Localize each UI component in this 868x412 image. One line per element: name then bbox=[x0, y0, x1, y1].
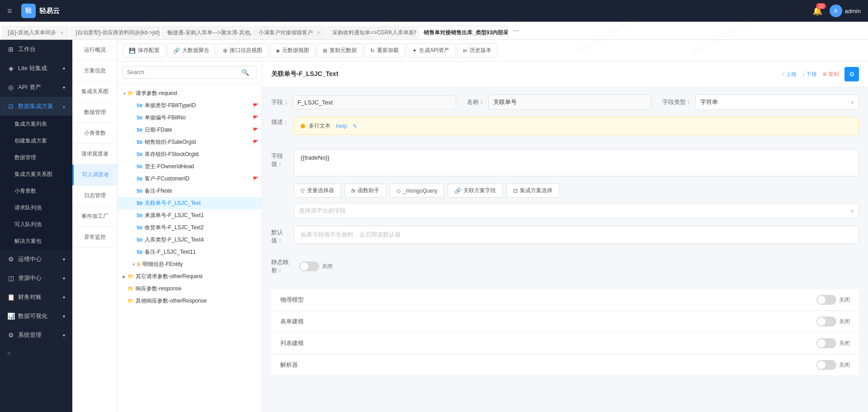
sidebar-item-system[interactable]: ⚙ 系统管理 ▾ bbox=[0, 326, 72, 345]
big-data-button[interactable]: 🔗 大数据聚合 bbox=[167, 43, 215, 57]
sidebar-item-operations[interactable]: ⚙ 运维中心 ▾ bbox=[0, 250, 72, 269]
reload-label: 重新加载 bbox=[377, 47, 399, 54]
left-panel-item-xiao-qing-count[interactable]: 小青查数 bbox=[72, 123, 117, 144]
tree-node-other-response[interactable]: 📁 其他响应参数-otherResponse bbox=[118, 295, 262, 307]
reload-button[interactable]: ↻ 重新加载 bbox=[364, 43, 405, 57]
tree-node-remark2[interactable]: Str 备注-F_LSJC_Text11 bbox=[118, 246, 262, 258]
toggle-switch[interactable] bbox=[299, 261, 319, 271]
sidebar-item-write-queue[interactable]: 写入队列池 bbox=[0, 216, 72, 233]
type-select[interactable]: 字符串 ▾ bbox=[695, 95, 859, 110]
sidebar-item-api[interactable]: ◎ API 资产 ▾ bbox=[0, 78, 72, 97]
left-panel-item-integration-map[interactable]: 集成关系图 bbox=[72, 81, 117, 102]
gen-api-button[interactable]: ✦ 生成API资产 bbox=[406, 43, 455, 57]
tree-node-response[interactable]: 📁 响应参数-response bbox=[118, 283, 262, 295]
var-selector-button[interactable]: ▽ 变量选择器 bbox=[294, 184, 341, 198]
physical-model-toggle[interactable]: 关闭 bbox=[816, 295, 850, 305]
detail-panel: 关联单号-F_LSJC_Text ↑ 上移 ↓ 下移 ⊕ bbox=[262, 62, 868, 412]
tree-node-link-no[interactable]: Str 关联单号-F_LSJC_Text bbox=[118, 197, 262, 209]
move-down-button[interactable]: ↓ 下移 bbox=[802, 71, 817, 78]
toggle-switch[interactable] bbox=[816, 338, 836, 348]
history-label: 历史版本 bbox=[470, 47, 491, 54]
interface-view-button[interactable]: ⊕ 接口信息视图 bbox=[217, 43, 268, 57]
node-label-detail-info: 明细信息-FEntity bbox=[142, 260, 258, 268]
tree-node-bill-no[interactable]: Str 单据编号-FBillNo 🚩 bbox=[118, 112, 262, 124]
tab-item-4[interactable]: 小满客户对接领猫客户 × bbox=[253, 26, 326, 39]
hamburger-icon[interactable]: ≡ bbox=[7, 6, 12, 16]
sidebar-item-integration-list[interactable]: 集成方案列表 bbox=[0, 116, 72, 133]
tree-node-date[interactable]: Str 日期-FDate 🚩 bbox=[118, 124, 262, 136]
field-value-editor[interactable]: {{tradeNo}} bbox=[294, 149, 859, 176]
func-helper-button[interactable]: fx 函数助手 bbox=[344, 184, 386, 198]
tab-close-1[interactable]: × bbox=[61, 30, 63, 35]
sidebar-item-solution-package[interactable]: 解决方案包 bbox=[0, 233, 72, 250]
sidebar-item-workbench[interactable]: ⊞ 工作台 bbox=[0, 40, 72, 59]
tree-node-stock-org[interactable]: Str 库存组织-FStockOrgId bbox=[118, 148, 262, 161]
list-model-toggle[interactable]: 关闭 bbox=[816, 338, 850, 348]
left-panel-item-overview[interactable]: 运行概况 bbox=[72, 40, 117, 61]
toggle-switch[interactable] bbox=[816, 295, 836, 305]
copy-button[interactable]: ⊕ 复制 bbox=[822, 71, 839, 78]
sidebar-bottom[interactable]: ≡ bbox=[0, 345, 72, 362]
mongo-query-button[interactable]: ◇ _mongoQuery bbox=[390, 184, 444, 198]
tree-node-remark[interactable]: Str 备注-FNote bbox=[118, 185, 262, 197]
left-panel-item-event-factory[interactable]: 事件加工厂 bbox=[72, 206, 117, 227]
linked-field-button[interactable]: 🔗 关联方案字段 bbox=[448, 184, 503, 198]
user-menu[interactable]: A admin bbox=[830, 5, 861, 17]
integration-select-button[interactable]: ⊡ 集成方案选择 bbox=[506, 184, 559, 198]
search-input[interactable] bbox=[122, 66, 257, 79]
tree-node-bill-type[interactable]: Str 单据类型-FBillTypeID 🚩 bbox=[118, 99, 262, 112]
static-mapping-toggle[interactable]: 关闭 bbox=[299, 261, 333, 271]
left-panel-item-request-observer[interactable]: 请求观度者 bbox=[72, 144, 117, 165]
sidebar-item-data-integration[interactable]: ⊡ 数据集成方案 ▴ bbox=[0, 97, 72, 116]
parser-toggle[interactable]: 关闭 bbox=[816, 360, 850, 370]
save-config-button[interactable]: 💾 保存配置 bbox=[123, 43, 165, 57]
left-panel-item-solution-info[interactable]: 方案信息 bbox=[72, 61, 117, 81]
settings-button[interactable]: ⚙ bbox=[844, 67, 859, 81]
tree-node-in-type[interactable]: Str 入库类型-F_LSJC_Text4 bbox=[118, 234, 262, 246]
toggle-switch[interactable] bbox=[816, 360, 836, 370]
meta-view-button[interactable]: ◈ 元数据视图 bbox=[270, 43, 315, 57]
tab-more-button[interactable]: ··· bbox=[509, 24, 522, 38]
sidebar-item-data-management[interactable]: 数据管理 bbox=[0, 149, 72, 166]
tab-item-6[interactable]: 销售单对接销售出库_类型93内部采销 × bbox=[418, 26, 508, 40]
tree-node-receipt-no[interactable]: Str 收货单号-F_LSJC_Text2 bbox=[118, 222, 262, 234]
sidebar-item-resources[interactable]: ◫ 资源中心 ▾ bbox=[0, 269, 72, 288]
toggle-switch[interactable] bbox=[816, 317, 836, 327]
tree-node-owner[interactable]: Str 货主-FOwnerIdHead bbox=[118, 161, 262, 173]
move-up-button[interactable]: ↑ 上移 bbox=[782, 71, 797, 78]
sidebar-item-lite[interactable]: ◈ Lite 轻集成 ▾ bbox=[0, 59, 72, 78]
sidebar-item-finance[interactable]: 📋 财务对账 ▾ bbox=[0, 288, 72, 307]
table-model-toggle[interactable]: 关闭 bbox=[816, 317, 850, 327]
tab-item-3[interactable]: 畅捷通-采购入库单--->聚水潭-其他入库单 × bbox=[161, 26, 252, 39]
notification-button[interactable]: 🔔 10 bbox=[812, 6, 822, 16]
history-button[interactable]: ⊳ 历史版本 bbox=[457, 43, 497, 57]
sidebar-item-visualization[interactable]: 📊 数据可视化 ▾ bbox=[0, 307, 72, 326]
sidebar-item-xiao-qing[interactable]: 小青查数 bbox=[0, 183, 72, 199]
tree-node-other-request[interactable]: ▶ 📁 其它请求参数-otherRequest bbox=[118, 270, 262, 283]
field-input[interactable]: F_LSJC_Text bbox=[292, 95, 456, 109]
tab-item-1[interactable]: [误]-其他入库单同步 × bbox=[2, 26, 69, 39]
tree-node-source-no[interactable]: Str 来源单号-F_LSJC_Text1 bbox=[118, 209, 262, 222]
tree-node-customer[interactable]: Str 客户-FCustomerID 🚩 bbox=[118, 173, 262, 185]
desc-edit-icon[interactable]: ✎ bbox=[353, 123, 357, 129]
name-input[interactable]: 关联单号 bbox=[488, 95, 652, 110]
sidebar-item-integration-relations[interactable]: 集成方案关系图 bbox=[0, 166, 72, 183]
tab-close-4[interactable]: × bbox=[317, 30, 320, 35]
sidebar-item-request-queue[interactable]: 请求队列池 bbox=[0, 199, 72, 216]
tree-node-sale-org[interactable]: Str 销售组织-FSaleOrgId 🚩 bbox=[118, 136, 262, 148]
left-panel-item-write-observer[interactable]: 写入调度者 bbox=[72, 165, 117, 185]
copy-meta-button[interactable]: ⊞ 复制元数据 bbox=[317, 43, 363, 57]
source-field-select[interactable]: 选择源平台的字段 ▾ bbox=[294, 203, 859, 218]
left-panel-item-log-mgmt[interactable]: 日志管理 bbox=[72, 185, 117, 206]
left-panel-item-exception-monitor[interactable]: 异常监控 bbox=[72, 227, 117, 248]
tree-node-request-params[interactable]: ▾ 📁 请求参数-request bbox=[118, 87, 262, 99]
desc-help-link[interactable]: Help bbox=[336, 123, 347, 129]
left-panel-item-data-mgmt[interactable]: 数据管理 bbox=[72, 102, 117, 123]
tab-item-5[interactable]: 采购收料通知单=>CGRK入库单新增-1 × bbox=[326, 26, 417, 39]
sidebar-item-create-integration[interactable]: 创建集成方案 bbox=[0, 133, 72, 149]
str-icon: Str bbox=[137, 176, 143, 181]
label-integration-list: 集成方案列表 bbox=[14, 120, 47, 128]
tab-item-2[interactable]: [自动爱犁]-供应商资料同步[kd->jst]-V1.0 × bbox=[70, 26, 160, 39]
default-value-input[interactable]: 如果字段值不生效时，会启用该默认值 bbox=[294, 226, 859, 244]
tree-node-detail-info[interactable]: ▾ ⊞ 明细信息-FEntity bbox=[118, 258, 262, 270]
